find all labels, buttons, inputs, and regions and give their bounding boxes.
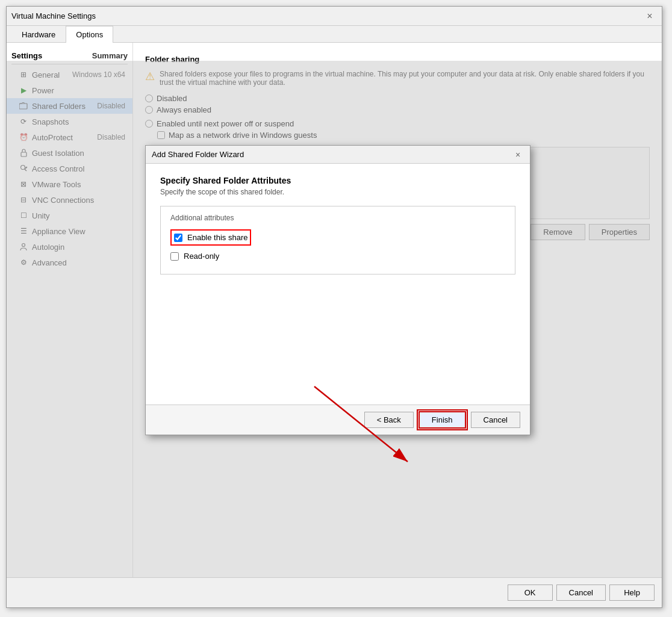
enable-share-row: Enable this share	[170, 229, 505, 246]
tabs-bar: Hardware Options	[7, 26, 662, 43]
cancel-button[interactable]: Cancel	[556, 584, 606, 601]
sidebar-settings-header: Settings	[11, 51, 80, 60]
enable-share-checkbox[interactable]	[174, 234, 182, 242]
dialog-title-bar: Add Shared Folder Wizard ×	[146, 146, 530, 164]
window-close-button[interactable]: ×	[642, 9, 657, 23]
add-shared-folder-dialog: Add Shared Folder Wizard × Specify Share…	[145, 145, 530, 435]
dialog-heading: Specify Shared Folder Attributes	[160, 176, 515, 185]
main-window: Virtual Machine Settings × Hardware Opti…	[6, 6, 662, 608]
dialog-cancel-button[interactable]: Cancel	[471, 412, 520, 428]
tab-options[interactable]: Options	[66, 26, 113, 43]
dialog-footer: < Back Finish Cancel	[146, 405, 530, 435]
attributes-section: Additional attributes Enable this share …	[160, 206, 515, 274]
window-title: Virtual Machine Settings	[11, 11, 642, 20]
back-button[interactable]: < Back	[364, 412, 414, 428]
enable-share-highlight: Enable this share	[170, 229, 251, 246]
attributes-title: Additional attributes	[170, 214, 505, 222]
dialog-body: Specify Shared Folder Attributes Specify…	[146, 164, 530, 405]
dialog-subheading: Specify the scope of this shared folder.	[160, 188, 515, 196]
finish-button[interactable]: Finish	[418, 411, 466, 429]
title-bar: Virtual Machine Settings ×	[7, 7, 662, 26]
read-only-label: Read-only	[184, 252, 219, 261]
enable-share-checkbox-label[interactable]: Enable this share	[174, 233, 247, 242]
dialog-close-button[interactable]: ×	[512, 149, 524, 161]
dialog-title: Add Shared Folder Wizard	[152, 150, 512, 159]
tab-hardware[interactable]: Hardware	[11, 26, 66, 43]
finish-button-wrapper: Finish	[418, 411, 466, 429]
help-button[interactable]: Help	[609, 584, 655, 601]
ok-button[interactable]: OK	[508, 584, 553, 601]
read-only-checkbox[interactable]	[170, 252, 179, 261]
read-only-checkbox-label[interactable]: Read-only	[170, 252, 505, 261]
enable-share-label: Enable this share	[187, 233, 247, 242]
sidebar-summary-header: Summary	[92, 51, 128, 60]
bottom-buttons: OK Cancel Help	[7, 577, 662, 607]
